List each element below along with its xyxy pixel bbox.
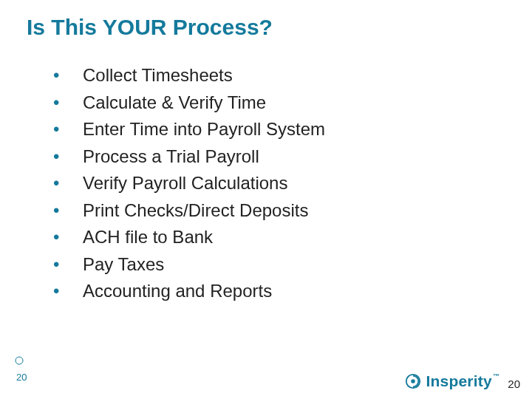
page-number-left: 20 <box>16 372 27 383</box>
bullet-icon: • <box>53 281 83 301</box>
list-item-text: Process a Trial Payroll <box>83 146 259 167</box>
list-item-text: Verify Payroll Calculations <box>83 173 287 194</box>
bullet-list: • Collect Timesheets • Calculate & Verif… <box>53 65 325 308</box>
bullet-icon: • <box>53 200 83 221</box>
list-item-text: Accounting and Reports <box>83 281 272 301</box>
bullet-icon: • <box>53 92 83 113</box>
ornament-icon <box>13 355 25 366</box>
bullet-icon: • <box>53 173 83 194</box>
list-item-text: Collect Timesheets <box>83 65 233 86</box>
list-item-text: Enter Time into Payroll System <box>83 119 325 140</box>
list-item-text: ACH file to Bank <box>83 227 213 248</box>
svg-point-2 <box>412 379 416 383</box>
list-item: • Enter Time into Payroll System <box>53 119 325 140</box>
list-item: • Pay Taxes <box>53 254 325 275</box>
bullet-icon: • <box>53 254 83 275</box>
list-item: • Collect Timesheets <box>53 65 325 86</box>
list-item-text: Pay Taxes <box>83 254 164 275</box>
bullet-icon: • <box>53 227 83 248</box>
page-number-right: 20 <box>508 378 520 390</box>
bullet-icon: • <box>53 146 83 167</box>
svg-point-0 <box>16 357 23 364</box>
list-item-text: Print Checks/Direct Deposits <box>83 200 308 221</box>
bullet-icon: • <box>53 119 83 140</box>
list-item: • ACH file to Bank <box>53 227 325 248</box>
trademark-symbol: ™ <box>493 372 499 380</box>
bullet-icon: • <box>53 65 83 86</box>
list-item-text: Calculate & Verify Time <box>83 92 266 113</box>
list-item: • Calculate & Verify Time <box>53 92 325 113</box>
list-item: • Process a Trial Payroll <box>53 146 325 167</box>
brand-name: Insperity™ <box>426 372 499 390</box>
list-item: • Print Checks/Direct Deposits <box>53 200 325 221</box>
insperity-mark-icon <box>405 373 421 389</box>
list-item: • Accounting and Reports <box>53 281 325 301</box>
brand-name-text: Insperity <box>426 372 491 389</box>
slide-title: Is This YOUR Process? <box>27 15 273 40</box>
list-item: • Verify Payroll Calculations <box>53 173 325 194</box>
brand-logo: Insperity™ <box>405 372 499 390</box>
